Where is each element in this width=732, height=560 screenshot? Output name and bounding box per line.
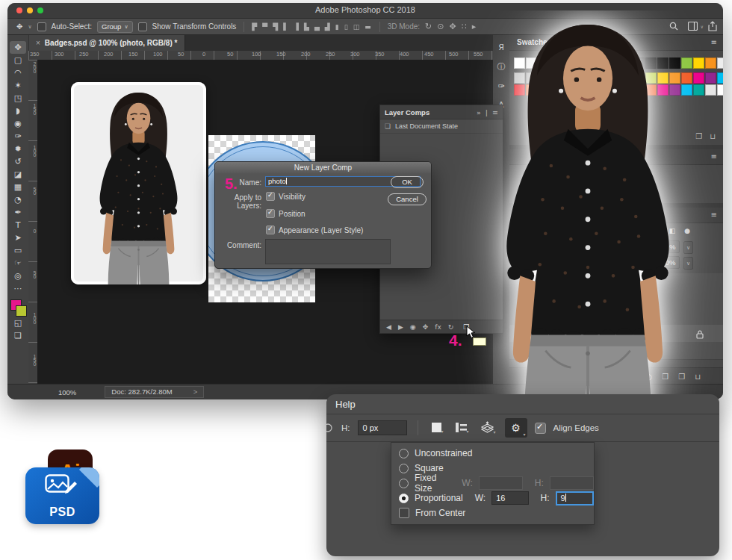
- align-icon[interactable]: ▛: [252, 23, 258, 31]
- healing-brush-tool[interactable]: ◉: [10, 117, 26, 130]
- ruler-label: 50: [176, 51, 201, 60]
- more-tools[interactable]: ⋯: [10, 282, 26, 295]
- photo-layer-card[interactable]: [71, 82, 206, 284]
- document-tab[interactable]: × Badges.psd @ 100% (photo, RGB/8) *: [28, 35, 185, 51]
- ruler-label: 100: [28, 311, 37, 352]
- gradient-tool[interactable]: ▦: [10, 181, 26, 193]
- checkbox-icon: [399, 508, 409, 518]
- chevron-down-icon[interactable]: ∨: [28, 24, 31, 30]
- prop-h-input[interactable]: 9: [556, 491, 594, 505]
- height-label: H:: [341, 423, 350, 432]
- fixed-h-input[interactable]: [550, 476, 594, 490]
- mode-icon[interactable]: ↻: [425, 22, 432, 31]
- eyedropper-tool[interactable]: ◗: [10, 105, 26, 117]
- clone-stamp-tool[interactable]: ✹: [10, 143, 26, 155]
- align-icon[interactable]: ▬: [365, 23, 372, 31]
- lasso-tool[interactable]: ◠: [10, 66, 26, 79]
- comment-textarea[interactable]: [265, 239, 391, 264]
- align-edges-label: Align Edges: [553, 423, 599, 432]
- ruler-label: 50: [28, 269, 37, 311]
- mode-icon[interactable]: ⊙: [437, 22, 444, 31]
- cancel-button[interactable]: Cancel: [388, 193, 427, 205]
- quick-mask-button[interactable]: ◱: [10, 317, 26, 329]
- move-tool-preset-icon[interactable]: ✥: [16, 22, 22, 31]
- visibility-checkbox[interactable]: Visibility: [266, 192, 305, 201]
- hand-tool[interactable]: ☞: [10, 257, 26, 270]
- ruler-label: 50: [28, 185, 37, 227]
- layer-comps-footer-icon[interactable]: ✥: [423, 323, 429, 331]
- align-icon[interactable]: ▙: [304, 23, 310, 31]
- chevron-right-icon[interactable]: >: [193, 387, 198, 397]
- auto-select-label: Auto-Select:: [52, 22, 92, 31]
- fixed-w-input[interactable]: [479, 476, 523, 490]
- align-icon[interactable]: ◫: [353, 23, 361, 31]
- align-icon[interactable]: ▌: [283, 23, 289, 31]
- position-checkbox[interactable]: Position: [266, 209, 305, 218]
- align-icon[interactable]: ▟: [325, 23, 331, 31]
- ruler-label: 200: [300, 51, 324, 60]
- zoom-level[interactable]: 100%: [58, 388, 76, 396]
- path-alignment-icon[interactable]: ▾: [453, 422, 471, 435]
- option-from-center[interactable]: From Center: [391, 505, 594, 520]
- ruler-label: 300: [349, 51, 373, 60]
- crop-tool[interactable]: ◳: [10, 92, 26, 105]
- group-dropdown[interactable]: Group ∨: [97, 21, 133, 33]
- zoom-tool[interactable]: ◎: [10, 270, 26, 282]
- eraser-tool[interactable]: ◪: [10, 168, 26, 181]
- ruler-label: 250: [78, 51, 102, 60]
- prop-w-input[interactable]: 16: [491, 491, 528, 505]
- model-photo-small: [71, 86, 206, 284]
- show-transform-checkbox[interactable]: [138, 22, 147, 31]
- align-icon[interactable]: ▀: [262, 23, 268, 31]
- align-icon[interactable]: ▜: [273, 23, 279, 31]
- help-menu[interactable]: Help: [335, 399, 356, 410]
- geometry-options-gear-button[interactable]: ⚙ ▾: [505, 418, 527, 438]
- ruler-label: 50: [226, 51, 250, 60]
- layer-comp-state-icon: ❏: [385, 122, 391, 130]
- shape-tool[interactable]: ▭: [10, 244, 26, 257]
- layer-comps-footer-icon[interactable]: ◀: [386, 323, 391, 331]
- radio-icon: [399, 464, 409, 473]
- background-color-swatch[interactable]: [16, 305, 27, 317]
- align-edges-checkbox[interactable]: [535, 423, 546, 434]
- dodge-tool[interactable]: ◔: [10, 193, 26, 206]
- layer-comps-footer-icon[interactable]: fx: [435, 323, 441, 331]
- new-layer-comp-dialog: New Layer Comp 5. Name: photo Apply to L…: [214, 161, 432, 269]
- auto-select-checkbox[interactable]: [37, 22, 46, 31]
- chevron-down-icon: ∨: [124, 22, 128, 32]
- close-tab-icon[interactable]: ×: [36, 39, 40, 47]
- tooltip-stub: [473, 337, 486, 346]
- radio-icon: [399, 479, 409, 488]
- tools-panel: ✥▢◠✶◳◗◉✑✹↺◪▦◔✒T➤▭☞◎⋯ ◱ ❏: [7, 35, 29, 385]
- pen-tool[interactable]: ✒: [10, 206, 26, 219]
- color-swatch-control[interactable]: [10, 299, 26, 317]
- ruler-label: 150: [127, 51, 152, 60]
- align-icon[interactable]: ▯: [344, 23, 349, 31]
- move-tool[interactable]: ✥: [10, 41, 26, 54]
- height-input[interactable]: 0 px: [358, 420, 407, 435]
- path-arrangement-icon[interactable]: ▾: [478, 421, 497, 435]
- brush-tool[interactable]: ✑: [10, 130, 26, 143]
- type-tool[interactable]: T: [10, 219, 26, 231]
- align-icon[interactable]: ▮: [335, 23, 340, 31]
- option-fixed-size[interactable]: Fixed Size W: H:: [391, 476, 594, 491]
- layer-comps-footer-icon[interactable]: ◉: [410, 323, 416, 331]
- doc-info[interactable]: Doc: 282.7K/2.80M >: [105, 386, 204, 398]
- ruler-label: 100: [152, 51, 176, 60]
- path-selection-tool[interactable]: ➤: [10, 231, 26, 244]
- align-icon[interactable]: ▐: [294, 23, 300, 31]
- prop-w-label: W:: [475, 493, 486, 503]
- ruler-label: 350: [373, 51, 398, 60]
- screen-mode-button[interactable]: ❏: [10, 329, 26, 342]
- layer-comps-footer-icon[interactable]: ▶: [398, 323, 403, 331]
- option-proportional[interactable]: Proportional W: 16 H: 9: [391, 491, 594, 505]
- align-icon[interactable]: ▄: [314, 23, 320, 31]
- psd-file-icon[interactable]: PSD: [25, 467, 99, 524]
- ok-button[interactable]: OK: [391, 176, 424, 188]
- marquee-tool[interactable]: ▢: [10, 54, 26, 66]
- history-brush-tool[interactable]: ↺: [10, 155, 26, 168]
- shape-fill-icon[interactable]: ▾: [429, 422, 445, 435]
- option-unconstrained[interactable]: Unconstrained: [391, 446, 594, 461]
- quick-selection-tool[interactable]: ✶: [10, 79, 26, 92]
- appearance-checkbox[interactable]: Appearance (Layer Style): [266, 225, 363, 234]
